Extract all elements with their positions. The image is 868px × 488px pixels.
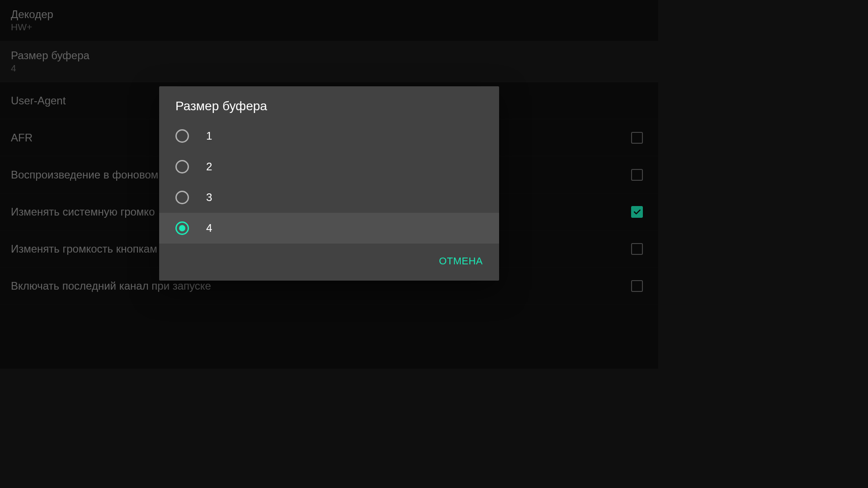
dialog-actions: ОТМЕНА (159, 244, 499, 281)
radio-option[interactable]: 1 (159, 121, 499, 151)
radio-selected-icon (175, 221, 189, 235)
radio-unselected-icon (175, 191, 189, 204)
radio-unselected-icon (175, 160, 189, 174)
radio-option[interactable]: 2 (159, 151, 499, 182)
dialog-title: Размер буфера (159, 86, 499, 117)
radio-label: 3 (206, 191, 212, 204)
radio-option[interactable]: 4 (159, 213, 499, 244)
radio-option[interactable]: 3 (159, 182, 499, 213)
radio-label: 2 (206, 160, 212, 173)
dialog-options: 1234 (159, 117, 499, 244)
cancel-button[interactable]: ОТМЕНА (439, 252, 483, 271)
radio-label: 1 (206, 130, 212, 142)
dialog-overlay: Размер буфера 1234 ОТМЕНА (0, 0, 658, 369)
buffer-size-dialog: Размер буфера 1234 ОТМЕНА (159, 86, 499, 281)
radio-label: 4 (206, 222, 212, 235)
radio-unselected-icon (175, 129, 189, 143)
